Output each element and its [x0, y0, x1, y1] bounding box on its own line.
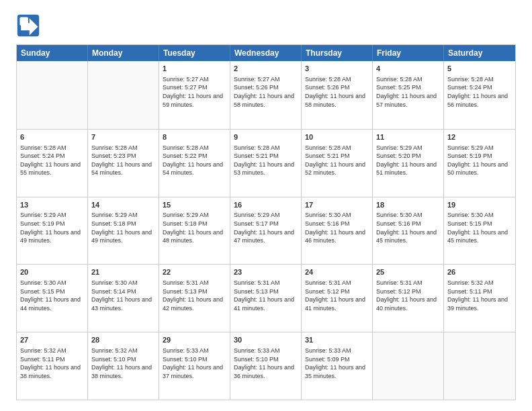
day-cell-15: 15Sunrise: 5:29 AMSunset: 5:18 PMDayligh…	[159, 197, 230, 265]
day-cell-30: 30Sunrise: 5:33 AMSunset: 5:10 PMDayligh…	[230, 332, 302, 400]
day-number: 24	[305, 267, 369, 277]
day-info: Sunrise: 5:28 AMSunset: 5:24 PMDaylight:…	[447, 75, 512, 109]
header-day-tuesday: Tuesday	[159, 45, 230, 61]
calendar-week-2: 6Sunrise: 5:28 AMSunset: 5:24 PMDaylight…	[17, 129, 515, 197]
day-info: Sunrise: 5:29 AMSunset: 5:20 PMDaylight:…	[376, 144, 440, 177]
day-info: Sunrise: 5:30 AMSunset: 5:15 PMDaylight:…	[447, 211, 512, 244]
day-cell-8: 8Sunrise: 5:28 AMSunset: 5:22 PMDaylight…	[159, 130, 230, 197]
day-info: Sunrise: 5:30 AMSunset: 5:14 PMDaylight:…	[91, 279, 155, 312]
day-cell-25: 25Sunrise: 5:31 AMSunset: 5:12 PMDayligh…	[373, 265, 444, 332]
day-number: 1	[163, 64, 226, 74]
calendar-week-5: 27Sunrise: 5:32 AMSunset: 5:11 PMDayligh…	[17, 332, 515, 400]
day-info: Sunrise: 5:28 AMSunset: 5:24 PMDaylight:…	[20, 144, 84, 177]
day-info: Sunrise: 5:28 AMSunset: 5:21 PMDaylight:…	[305, 144, 369, 177]
calendar: SundayMondayTuesdayWednesdayThursdayFrid…	[16, 44, 516, 400]
day-cell-9: 9Sunrise: 5:28 AMSunset: 5:21 PMDaylight…	[230, 130, 302, 197]
day-number: 20	[20, 267, 84, 277]
day-number: 4	[376, 64, 440, 74]
header-day-monday: Monday	[88, 45, 159, 61]
day-cell-10: 10Sunrise: 5:28 AMSunset: 5:21 PMDayligh…	[302, 130, 373, 197]
day-info: Sunrise: 5:31 AMSunset: 5:12 PMDaylight:…	[376, 279, 440, 312]
day-info: Sunrise: 5:29 AMSunset: 5:18 PMDaylight:…	[163, 211, 226, 244]
day-cell-16: 16Sunrise: 5:29 AMSunset: 5:17 PMDayligh…	[230, 197, 302, 265]
empty-cell	[373, 332, 444, 400]
day-number: 13	[20, 200, 84, 210]
day-number: 23	[234, 267, 298, 277]
day-info: Sunrise: 5:30 AMSunset: 5:15 PMDaylight:…	[20, 279, 84, 312]
day-number: 7	[91, 132, 155, 142]
day-number: 28	[91, 335, 155, 345]
day-info: Sunrise: 5:33 AMSunset: 5:10 PMDaylight:…	[234, 347, 298, 380]
day-cell-18: 18Sunrise: 5:30 AMSunset: 5:16 PMDayligh…	[373, 197, 444, 265]
day-cell-5: 5Sunrise: 5:28 AMSunset: 5:24 PMDaylight…	[444, 61, 515, 129]
day-cell-20: 20Sunrise: 5:30 AMSunset: 5:15 PMDayligh…	[17, 265, 88, 332]
day-number: 2	[234, 64, 298, 74]
day-number: 5	[447, 64, 512, 74]
day-cell-24: 24Sunrise: 5:31 AMSunset: 5:12 PMDayligh…	[302, 265, 373, 332]
header	[16, 13, 516, 38]
day-info: Sunrise: 5:27 AMSunset: 5:27 PMDaylight:…	[163, 75, 226, 109]
day-cell-27: 27Sunrise: 5:32 AMSunset: 5:11 PMDayligh…	[17, 332, 88, 400]
day-cell-21: 21Sunrise: 5:30 AMSunset: 5:14 PMDayligh…	[88, 265, 159, 332]
day-info: Sunrise: 5:29 AMSunset: 5:19 PMDaylight:…	[447, 144, 512, 177]
header-day-saturday: Saturday	[444, 45, 515, 61]
day-cell-31: 31Sunrise: 5:33 AMSunset: 5:09 PMDayligh…	[302, 332, 373, 400]
day-info: Sunrise: 5:28 AMSunset: 5:23 PMDaylight:…	[91, 144, 155, 177]
day-info: Sunrise: 5:29 AMSunset: 5:17 PMDaylight:…	[234, 211, 298, 244]
day-number: 19	[447, 200, 512, 210]
day-cell-1: 1Sunrise: 5:27 AMSunset: 5:27 PMDaylight…	[159, 61, 230, 129]
day-cell-11: 11Sunrise: 5:29 AMSunset: 5:20 PMDayligh…	[373, 130, 444, 197]
day-number: 8	[163, 132, 226, 142]
empty-cell	[17, 61, 88, 129]
day-info: Sunrise: 5:33 AMSunset: 5:10 PMDaylight:…	[163, 347, 226, 380]
day-info: Sunrise: 5:28 AMSunset: 5:25 PMDaylight:…	[376, 75, 440, 109]
day-cell-4: 4Sunrise: 5:28 AMSunset: 5:25 PMDaylight…	[373, 61, 444, 129]
calendar-header: SundayMondayTuesdayWednesdayThursdayFrid…	[17, 45, 515, 61]
day-number: 12	[447, 132, 512, 142]
day-info: Sunrise: 5:28 AMSunset: 5:22 PMDaylight:…	[163, 144, 226, 177]
svg-rect-2	[19, 17, 28, 26]
day-info: Sunrise: 5:31 AMSunset: 5:13 PMDaylight:…	[234, 279, 298, 312]
day-cell-22: 22Sunrise: 5:31 AMSunset: 5:13 PMDayligh…	[159, 265, 230, 332]
day-number: 11	[376, 132, 440, 142]
day-number: 27	[20, 335, 84, 345]
day-cell-7: 7Sunrise: 5:28 AMSunset: 5:23 PMDaylight…	[88, 130, 159, 197]
header-day-friday: Friday	[373, 45, 444, 61]
day-cell-26: 26Sunrise: 5:32 AMSunset: 5:11 PMDayligh…	[444, 265, 515, 332]
day-number: 31	[305, 335, 369, 345]
page: SundayMondayTuesdayWednesdayThursdayFrid…	[0, 0, 532, 411]
day-number: 16	[234, 200, 298, 210]
day-number: 15	[163, 200, 226, 210]
day-number: 6	[20, 132, 84, 142]
day-cell-13: 13Sunrise: 5:29 AMSunset: 5:19 PMDayligh…	[17, 197, 88, 265]
day-number: 22	[163, 267, 226, 277]
calendar-week-4: 20Sunrise: 5:30 AMSunset: 5:15 PMDayligh…	[17, 264, 515, 332]
day-info: Sunrise: 5:32 AMSunset: 5:11 PMDaylight:…	[447, 279, 512, 312]
logo	[16, 13, 43, 38]
day-cell-29: 29Sunrise: 5:33 AMSunset: 5:10 PMDayligh…	[159, 332, 230, 400]
day-number: 29	[163, 335, 226, 345]
day-info: Sunrise: 5:28 AMSunset: 5:26 PMDaylight:…	[305, 75, 369, 109]
day-number: 21	[91, 267, 155, 277]
day-info: Sunrise: 5:31 AMSunset: 5:12 PMDaylight:…	[305, 279, 369, 312]
day-info: Sunrise: 5:32 AMSunset: 5:10 PMDaylight:…	[91, 347, 155, 380]
day-number: 10	[305, 132, 369, 142]
calendar-week-3: 13Sunrise: 5:29 AMSunset: 5:19 PMDayligh…	[17, 197, 515, 265]
day-number: 25	[376, 267, 440, 277]
empty-cell	[444, 332, 515, 400]
day-cell-12: 12Sunrise: 5:29 AMSunset: 5:19 PMDayligh…	[444, 130, 515, 197]
day-cell-2: 2Sunrise: 5:27 AMSunset: 5:26 PMDaylight…	[230, 61, 302, 129]
day-info: Sunrise: 5:31 AMSunset: 5:13 PMDaylight:…	[163, 279, 226, 312]
header-day-thursday: Thursday	[302, 45, 373, 61]
header-day-sunday: Sunday	[17, 45, 88, 61]
day-cell-17: 17Sunrise: 5:30 AMSunset: 5:16 PMDayligh…	[302, 197, 373, 265]
day-cell-19: 19Sunrise: 5:30 AMSunset: 5:15 PMDayligh…	[444, 197, 515, 265]
calendar-week-1: 1Sunrise: 5:27 AMSunset: 5:27 PMDaylight…	[17, 61, 515, 129]
day-number: 18	[376, 200, 440, 210]
day-cell-3: 3Sunrise: 5:28 AMSunset: 5:26 PMDaylight…	[302, 61, 373, 129]
day-info: Sunrise: 5:32 AMSunset: 5:11 PMDaylight:…	[20, 347, 84, 380]
day-cell-23: 23Sunrise: 5:31 AMSunset: 5:13 PMDayligh…	[230, 265, 302, 332]
logo-icon	[16, 13, 40, 38]
day-info: Sunrise: 5:30 AMSunset: 5:16 PMDaylight:…	[305, 211, 369, 244]
day-number: 9	[234, 132, 298, 142]
